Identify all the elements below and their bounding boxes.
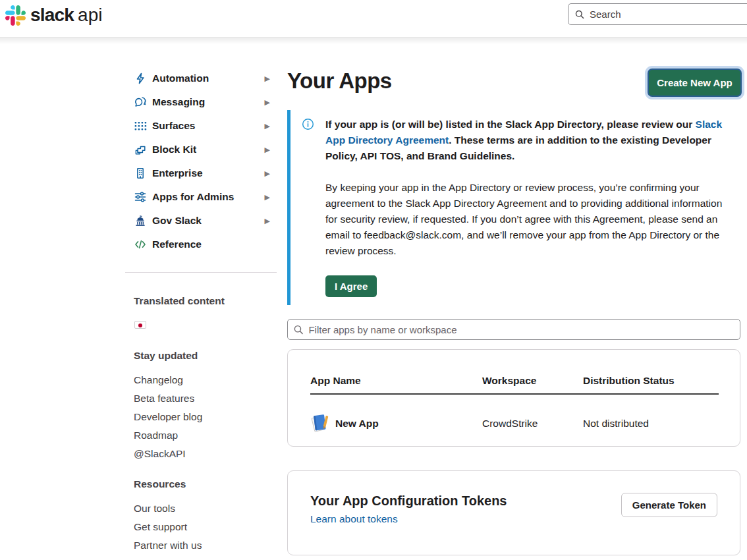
resources-heading: Resources	[134, 478, 186, 490]
default-app-icon	[309, 412, 331, 434]
chat-bubbles-icon	[134, 96, 147, 109]
sidebar-item-label: Surfaces	[152, 120, 195, 132]
translated-content-heading: Translated content	[134, 295, 225, 307]
sidebar-item-surfaces[interactable]: Surfaces ▶	[134, 114, 270, 138]
sidebar-item-label: Messaging	[152, 96, 205, 108]
apps-table-card: App Name Workspace Distribution Status N…	[287, 349, 740, 447]
app-directory-notice: If your app is (or will be) listed in th…	[287, 110, 740, 305]
sidebar-item-label: Gov Slack	[152, 215, 202, 227]
code-icon	[134, 238, 147, 251]
slack-api-logo[interactable]: slackapi	[5, 5, 102, 26]
sidebar-item-enterprise[interactable]: Enterprise ▶	[134, 161, 270, 185]
filter-search-icon	[293, 324, 304, 335]
chevron-right-icon: ▶	[265, 75, 270, 82]
page-title: Your Apps	[287, 69, 392, 94]
notice-bold-paragraph: If your app is (or will be) listed in th…	[325, 117, 730, 164]
header-shadow	[0, 38, 747, 44]
top-bar: slackapi	[0, 0, 747, 38]
column-app-name: App Name	[310, 375, 361, 387]
sidebar-item-automation[interactable]: Automation ▶	[134, 67, 270, 90]
filter-apps-input[interactable]	[308, 324, 734, 335]
link-roadmap[interactable]: Roadmap	[134, 426, 272, 445]
chevron-right-icon: ▶	[265, 170, 270, 177]
japan-flag-icon[interactable]	[134, 321, 146, 329]
chevron-right-icon: ▶	[265, 99, 270, 106]
apps-table-header: App Name Workspace Distribution Status	[310, 375, 719, 395]
sidebar-item-gov-slack[interactable]: Gov Slack ▶	[134, 209, 270, 233]
sidebar-item-label: Apps for Admins	[152, 191, 234, 203]
distribution-status-cell: Not distributed	[583, 418, 649, 430]
slack-pinwheel-icon	[5, 5, 26, 26]
link-slackapi-twitter[interactable]: @SlackAPI	[134, 445, 272, 463]
resources-links: Our tools Get support Partner with us	[134, 499, 272, 555]
slack-api-your-apps-page: slackapi Automation ▶ Messaging ▶ Surfac…	[0, 0, 747, 560]
sidebar-item-label: Reference	[152, 238, 202, 250]
link-developer-blog[interactable]: Developer blog	[134, 408, 272, 426]
link-partner-with-us[interactable]: Partner with us	[134, 536, 272, 555]
notice-text-before-link: If your app is (or will be) listed in th…	[325, 119, 696, 130]
sidebar-item-label: Automation	[152, 72, 209, 84]
column-workspace: Workspace	[482, 375, 536, 387]
chevron-right-icon: ▶	[265, 146, 270, 154]
global-search	[568, 3, 747, 25]
lightning-icon	[134, 72, 147, 85]
generate-token-button[interactable]: Generate Token	[621, 493, 717, 517]
chevron-right-icon: ▶	[265, 217, 270, 225]
capitol-icon	[134, 214, 147, 227]
logo-text-api: api	[78, 5, 102, 25]
chevron-right-icon: ▶	[265, 194, 270, 201]
config-tokens-card: Your App Configuration Tokens Learn abou…	[287, 470, 740, 555]
info-icon	[302, 118, 314, 130]
app-name-cell[interactable]: New App	[335, 418, 379, 430]
i-agree-button[interactable]: I Agree	[325, 275, 377, 297]
workspace-cell: CrowdStrike	[482, 418, 538, 430]
search-input[interactable]	[590, 9, 747, 20]
sidebar-item-block-kit[interactable]: Block Kit ▶	[134, 138, 270, 161]
sidebar-item-apps-for-admins[interactable]: Apps for Admins ▶	[134, 185, 270, 209]
logo-text: slackapi	[30, 5, 102, 26]
column-distribution-status: Distribution Status	[583, 375, 675, 387]
logo-text-slack: slack	[30, 5, 74, 25]
sliders-icon	[134, 190, 147, 204]
learn-about-tokens-link[interactable]: Learn about tokens	[310, 513, 398, 525]
sidebar-item-label: Enterprise	[152, 167, 203, 179]
blocks-icon	[134, 143, 147, 156]
tokens-card-title: Your App Configuration Tokens	[310, 493, 507, 509]
link-get-support[interactable]: Get support	[134, 518, 272, 536]
chevron-right-icon: ▶	[265, 123, 270, 130]
sidebar-nav: Automation ▶ Messaging ▶ Surfaces ▶ Bloc…	[134, 67, 270, 256]
stay-updated-heading: Stay updated	[134, 350, 198, 362]
link-beta-features[interactable]: Beta features	[134, 389, 272, 408]
link-changelog[interactable]: Changelog	[134, 371, 272, 389]
sidebar-item-messaging[interactable]: Messaging ▶	[134, 90, 270, 114]
sidebar-item-reference[interactable]: Reference	[134, 233, 270, 256]
table-row[interactable]: New App CrowdStrike Not distributed	[310, 410, 719, 438]
sidebar-item-label: Block Kit	[152, 144, 196, 155]
filter-apps	[287, 319, 740, 340]
building-icon	[134, 167, 147, 180]
sidebar-divider	[125, 272, 277, 273]
link-our-tools[interactable]: Our tools	[134, 499, 272, 518]
search-icon	[574, 9, 585, 20]
grid-dots-icon	[134, 119, 147, 132]
stay-updated-links: Changelog Beta features Developer blog R…	[134, 371, 272, 463]
notice-body-paragraph: By keeping your app in the App Directory…	[325, 180, 726, 259]
create-new-app-button[interactable]: Create New App	[649, 70, 740, 96]
